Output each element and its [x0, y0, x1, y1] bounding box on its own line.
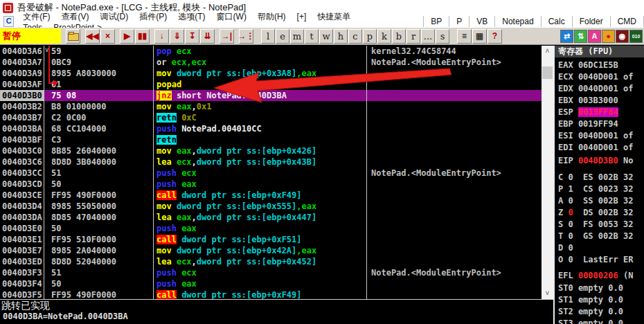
- register-efl[interactable]: EFL 00000206 (N: [558, 270, 633, 281]
- target-icon[interactable]: ◉: [616, 30, 629, 43]
- help-icon[interactable]: ?: [488, 29, 502, 44]
- view-button-k[interactable]: k: [377, 29, 391, 44]
- register-edx[interactable]: EDX 0040D001 of: [558, 83, 633, 94]
- disasm-row[interactable]: 0040D3E78985 2A040000mov dword ptr ss:[e…: [0, 245, 542, 256]
- flag-a[interactable]: A 0 SS 002B 32: [558, 195, 633, 206]
- register-eax[interactable]: EAX 06DC1E5B: [558, 60, 618, 71]
- menu-button-vb[interactable]: VB: [469, 16, 494, 27]
- register-st2[interactable]: ST2 empty 0.0: [558, 306, 623, 317]
- view-button-c[interactable]: c: [348, 29, 362, 44]
- menu-item-t[interactable]: 选项(T): [172, 11, 211, 22]
- disasm-row[interactable]: 0040D3BFC3retn: [0, 134, 542, 145]
- menu-button-folder[interactable]: Folder: [572, 16, 610, 27]
- view-button-p[interactable]: p: [363, 29, 377, 44]
- disasm-row[interactable]: 0040D3BA68 CC104000push NotePad.004010CC: [0, 123, 542, 134]
- register-ebp[interactable]: EBP 0019FF94: [558, 118, 618, 129]
- disasm-row[interactable]: 0040D3E050push eax: [0, 223, 542, 234]
- menu-item-f[interactable]: 文件(F): [17, 11, 55, 22]
- restart-icon[interactable]: ◀◀: [85, 29, 100, 44]
- menu-button-notepad[interactable]: Notepad: [494, 16, 540, 27]
- view-button-h[interactable]: h: [334, 29, 348, 44]
- pause-icon[interactable]: ▮▮: [135, 29, 150, 44]
- view-button-e[interactable]: e: [276, 29, 289, 44]
- scrollbar-thumb[interactable]: [542, 66, 553, 79]
- register-st3[interactable]: ST3 empty 0.0: [558, 318, 623, 324]
- go-to-icon[interactable]: →⋮: [239, 29, 253, 44]
- menu-item-w[interactable]: 窗口(W): [211, 11, 252, 22]
- disasm-row[interactable]: 0040D3D48985 55050000mov dword ptr ss:[e…: [0, 201, 542, 212]
- disasm-row[interactable]: 0040D3C08B85 26040000mov eax,dword ptr s…: [0, 145, 542, 156]
- view-button-w[interactable]: w: [319, 29, 333, 44]
- disasm-row[interactable]: 0040D3B075 08jnz short NotePad.0040D3BA: [0, 90, 542, 101]
- view-button-m[interactable]: m: [290, 29, 304, 44]
- step-into-icon[interactable]: ↓: [154, 29, 169, 44]
- register-st1[interactable]: ST1 empty 0.0: [558, 294, 623, 305]
- menu-button-p[interactable]: P: [449, 16, 469, 27]
- animate-into-icon[interactable]: ↧: [185, 29, 199, 44]
- menu-item-h[interactable]: 帮助(H): [252, 11, 292, 22]
- view-button-b[interactable]: b: [392, 29, 406, 44]
- menu-item-d[interactable]: 调试(D): [95, 11, 134, 22]
- cpu-window-icon[interactable]: C: [3, 16, 14, 27]
- registers-pane[interactable]: 寄存器 (FPU) EAX 06DC1E5BECX 0040D001 ofEDX…: [553, 46, 644, 324]
- open-file-icon[interactable]: [66, 29, 80, 44]
- sort-icon[interactable]: ⇅: [574, 30, 587, 43]
- close-icon[interactable]: ×: [100, 29, 115, 44]
- flag-c[interactable]: C 0 ES 002B 32: [558, 172, 633, 183]
- flag-o[interactable]: O 0 LastErr ER: [558, 254, 633, 265]
- view-button-l[interactable]: l: [261, 29, 275, 44]
- register-esp[interactable]: ESP 0019FF84: [558, 107, 618, 118]
- scroll-down-icon[interactable]: ˅: [542, 288, 553, 299]
- register-st0[interactable]: ST0 empty 0.0: [558, 282, 623, 294]
- disasm-row[interactable]: 0040D3B2B8 01000000mov eax,0x1: [0, 101, 542, 112]
- disasm-row[interactable]: 0040D3CD50push eax: [0, 179, 542, 190]
- disasm-row[interactable]: 0040D3A659pop ecxkernel32.74C58744: [0, 46, 542, 57]
- record-icon[interactable]: ●: [602, 30, 615, 43]
- disasm-row[interactable]: 0040D3A98985 A8030000mov dword ptr ss:[e…: [0, 68, 542, 79]
- menu-item-[interactable]: 快捷菜单: [312, 11, 356, 22]
- log-list-icon[interactable]: ≡: [457, 29, 472, 44]
- disasm-row[interactable]: 0040D3CC51push ecxNotePad.<ModuleEntryPo…: [0, 168, 542, 179]
- disassembly-scrollbar[interactable]: ˄ ˅: [542, 46, 553, 299]
- disasm-row[interactable]: 0040D3DA8D85 47040000lea eax,dword ptr s…: [0, 212, 542, 223]
- disasm-row[interactable]: 0040D3B7C2 0C00retn 0xC: [0, 112, 542, 123]
- disasm-row[interactable]: 0040D3F5FF95 490F0000call dword ptr ss:[…: [0, 289, 542, 299]
- register-edi[interactable]: EDI 0040D001 of: [558, 142, 633, 153]
- binary-icon[interactable]: 010: [629, 30, 643, 43]
- disasm-row[interactable]: 0040D3A70BC9or ecx,ecxNotePad.<ModuleEnt…: [0, 57, 542, 68]
- sync-icon[interactable]: ⇄: [560, 30, 573, 43]
- disasm-row[interactable]: 0040D3AF61popad: [0, 79, 542, 90]
- view-button-s[interactable]: s: [436, 29, 449, 44]
- run-to-return-icon[interactable]: →|: [220, 29, 234, 44]
- menu-button-calc[interactable]: Calc: [541, 16, 572, 27]
- step-over-icon[interactable]: ⇓: [170, 29, 184, 44]
- view-button-t[interactable]: t: [305, 29, 319, 44]
- flag-z[interactable]: Z 0 DS 002B 32: [558, 207, 633, 218]
- flag-t[interactable]: T 0 GS 002B 32: [558, 231, 633, 242]
- menu-button-bp[interactable]: BP: [423, 16, 449, 27]
- animate-over-icon[interactable]: ⇊: [200, 29, 215, 44]
- register-esi[interactable]: ESI 0040D001 of: [558, 130, 633, 141]
- disasm-row[interactable]: 0040D3E1FF95 510F0000call dword ptr ss:[…: [0, 234, 542, 245]
- register-ecx[interactable]: ECX 0040D001 of: [558, 71, 633, 82]
- view-button-dotdotdot[interactable]: ...: [421, 29, 435, 44]
- scroll-up-icon[interactable]: ˄: [542, 46, 553, 57]
- flag-p[interactable]: P 1 CS 0023 32: [558, 183, 633, 195]
- disassembly-pane[interactable]: 0040D3A659pop ecxkernel32.74C587440040D3…: [0, 46, 542, 299]
- view-button-r[interactable]: r: [406, 29, 420, 44]
- menu-item-v[interactable]: 查看(V): [56, 11, 95, 22]
- ascii-icon[interactable]: A: [588, 30, 601, 43]
- menu-button-cmd[interactable]: CMD: [610, 16, 644, 27]
- run-icon[interactable]: ▶: [120, 29, 134, 44]
- menu-item-p[interactable]: 插件(P): [134, 11, 172, 22]
- disasm-row[interactable]: 0040D3CEFF95 490F0000call dword ptr ss:[…: [0, 190, 542, 201]
- register-eip[interactable]: EIP 0040D3B0 No: [558, 155, 633, 166]
- disasm-row[interactable]: 0040D3C68D8D 3B040000lea ecx,dword ptr s…: [0, 156, 542, 168]
- windows-icon[interactable]: ▦: [472, 29, 487, 44]
- flag-s[interactable]: S 0 FS 0053 32: [558, 219, 633, 230]
- register-ebx[interactable]: EBX 003B3000: [558, 95, 618, 106]
- disasm-row[interactable]: 0040D3F450push eax: [0, 278, 542, 289]
- menu-item-[interactable]: [+]: [292, 11, 312, 22]
- flag-d[interactable]: D 0: [558, 242, 573, 253]
- disasm-row[interactable]: 0040D3F351push ecxNotePad.<ModuleEntryPo…: [0, 267, 542, 278]
